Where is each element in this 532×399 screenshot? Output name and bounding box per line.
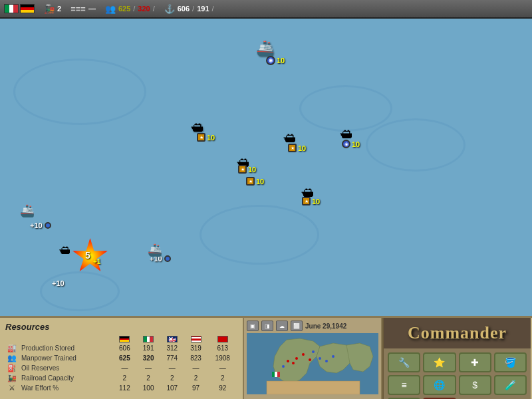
unit-sub-1[interactable]: 🚢 [20,203,35,218]
svg-point-8 [292,362,295,364]
ship-icon-2: 🛳 [190,120,203,135]
svg-point-7 [309,358,311,361]
unit-ship-5[interactable]: 🛳 [236,155,249,170]
unit-ship-expl[interactable]: 🛳 [59,243,70,257]
dot-2 [164,255,171,262]
ships-stat: ⚓ 606 / 191 / [164,4,214,14]
manpower-it: 320 [136,353,160,363]
war-effort-icon: ⚔ [9,384,15,392]
minimap-btn-3[interactable]: ☁ [276,321,288,331]
oil-label: Oil Reserves [19,363,113,373]
war-effort-su: 92 [207,383,237,393]
oil-us: — [184,363,208,373]
train-stat: 🚂 2 [44,4,61,14]
supply-stat: ≡≡≡ — [70,4,96,14]
manpower-current: 625 [118,5,130,13]
plus-unit-2[interactable]: +10 [150,255,171,263]
ship-icon-4: 🛳 [339,126,352,142]
unit-ship-4[interactable]: 🛳 [339,126,352,142]
manpower-label: Manpower Trained [19,353,113,363]
unit-ship-3[interactable]: 🛳 [283,130,296,146]
unit-ship-badge-3[interactable]: ★ 10 [288,144,306,152]
production-label: Production Stored [19,343,113,353]
minimap-svg [247,333,378,394]
badge-star-2: ★ [288,144,297,152]
star-btn[interactable]: ⭐ [423,352,456,372]
svg-point-9 [312,350,315,353]
unit-ship-6[interactable]: 🛳 [301,185,314,200]
menu-btn[interactable]: ≡ [388,375,420,395]
explosion-label: 5 [85,250,90,261]
money-btn[interactable]: $ [459,375,491,395]
unit-ship-1[interactable]: 🚢 [256,40,274,57]
manpower-max: 320 [138,5,150,13]
flag-su-header [217,336,228,342]
unit-ship-badge-5[interactable]: ★ 10 [238,165,256,174]
italy-flag [4,4,19,13]
ships-current: 606 [178,5,190,13]
bucket-btn[interactable]: 🪣 [494,352,527,372]
ocean-swirl-2 [366,118,466,172]
row-railroad: 🚂 Railroad Capacity 2 2 2 2 2 [5,373,237,383]
production-de: 606 [113,343,137,353]
minimap-btn-4[interactable]: ⬜ [291,321,303,331]
svg-point-12 [332,355,334,358]
add-btn[interactable]: ✚ [459,352,491,372]
minimap-btn-2[interactable]: ◨ [261,321,273,331]
unit-ship-badge-7[interactable]: ★ 10 [302,197,320,205]
faction-flags [4,4,35,13]
plus-unit-3[interactable]: +10 [52,277,65,289]
plus-unit-1[interactable]: +10 [30,221,51,229]
ship-icon-expl: 🛳 [59,243,70,257]
sub-icon-1: 🚢 [20,203,35,218]
svg-rect-17 [277,372,280,377]
unit-ship-badge-1[interactable]: ◉ 10 [266,56,285,65]
war-effort-uk: 107 [160,383,184,393]
svg-rect-16 [272,372,275,377]
ships-icon: ⚓ [164,4,175,14]
war-effort-it: 100 [136,383,160,393]
railroad-de: 2 [113,373,137,383]
minimap-header: ▣ ◨ ☁ ⬜ June 29,1942 [247,321,378,331]
oil-uk: — [160,363,184,373]
svg-point-14 [287,360,289,362]
science-btn[interactable]: 🧪 [494,375,527,395]
minimap-date: June 29,1942 [305,323,346,330]
unit-ship-2[interactable]: 🛳 [190,120,203,135]
settings-btn[interactable]: 🔧 [388,352,420,372]
resources-section: Resources 🇬🇧 🏭 Production Stored 606 [0,318,243,399]
ship-icon-6: 🛳 [301,185,314,200]
dot-1 [45,222,51,229]
supply-icon: ≡≡≡ [70,4,86,14]
oil-de: — [113,363,137,373]
manpower-su: 1908 [207,353,237,363]
game-area[interactable]: 🚢 ◉ 10 🛳 ★ 10 🛳 ★ 10 [0,19,532,316]
plus-label-3: +10 [52,279,65,287]
unit-ship-badge-6[interactable]: ★ 10 [246,177,264,186]
production-us: 319 [184,343,208,353]
railroad-it: 2 [136,373,160,383]
svg-point-5 [295,357,298,360]
svg-point-11 [325,360,328,362]
unit-ship-badge-2[interactable]: ★ 10 [197,133,215,142]
minimap-btn-1[interactable]: ▣ [247,321,259,331]
row-manpower: 👥 Manpower Trained 625 320 774 823 1908 [5,353,237,363]
svg-point-10 [319,357,321,360]
bottom-panel: Resources 🇬🇧 🏭 Production Stored 606 [0,316,532,399]
unit-ship-badge-4[interactable]: ◉ 10 [342,140,360,148]
minimap-canvas[interactable] [247,333,378,394]
manpower-us: 823 [184,353,208,363]
germany-flag [20,4,35,13]
flag-uk-header: 🇬🇧 [167,336,178,342]
badge-star-5: ★ [302,197,311,205]
ship-icon-1: 🚢 [256,40,274,57]
globe-btn[interactable]: 🌐 [423,375,456,395]
ships-max: 191 [197,5,209,13]
railroad-us: 2 [184,373,208,383]
ship-icon-5: 🛳 [236,155,249,170]
resources-table: 🇬🇧 🏭 Production Stored 606 191 312 319 6… [5,334,237,393]
railroad-label: Railroad Capacity [19,373,113,383]
war-effort-label: War Effort % [19,383,113,393]
explosion[interactable]: 5 [72,238,108,275]
ship-icon-3: 🛳 [283,130,296,146]
